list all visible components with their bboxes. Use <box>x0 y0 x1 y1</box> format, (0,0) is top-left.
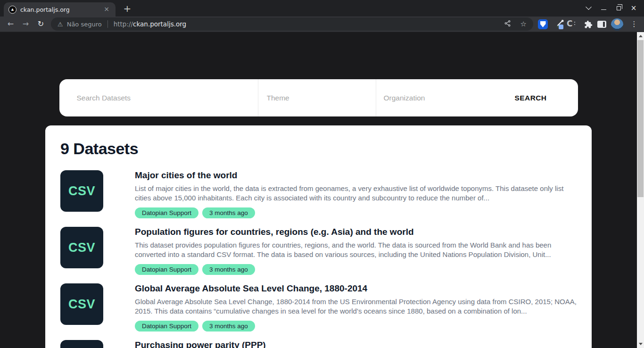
organization-input[interactable] <box>384 94 484 102</box>
url-host: ckan.portaljs.org <box>133 20 186 28</box>
window-minimize-button[interactable] <box>596 0 611 17</box>
minimize-icon <box>601 9 606 10</box>
reload-button[interactable]: ↻ <box>34 18 47 31</box>
triangle-down-icon <box>639 343 643 345</box>
dataset-description: Global Average Absolute Sea Level Change… <box>135 297 577 316</box>
scrollbar[interactable] <box>637 32 644 348</box>
url-scheme: http:// <box>114 20 133 28</box>
dataset-item: CSV Major cities of the world List of ma… <box>60 170 577 218</box>
bitwarden-extension-icon[interactable] <box>538 19 548 29</box>
browser-menu-icon[interactable]: ⋮ <box>628 18 640 31</box>
browser-toolbar: ← → ↻ ⚠ Não seguro http:// ckan.portaljs… <box>0 17 644 32</box>
bookmark-star-icon[interactable]: ☆ <box>520 20 527 28</box>
csv-format-icon: CSV <box>60 283 103 325</box>
theme-input[interactable] <box>267 94 370 102</box>
chevron-down-icon <box>586 4 592 10</box>
csv-format-icon: CSV <box>60 340 103 348</box>
omnibox-divider <box>107 20 108 28</box>
window-restore-button[interactable] <box>611 0 626 17</box>
search-datasets-input[interactable] <box>77 94 250 102</box>
eyedropper-extension-icon[interactable] <box>554 17 566 32</box>
dataset-item: CSV Global Average Absolute Sea Level Ch… <box>60 283 577 331</box>
dataset-title-link[interactable]: Population figures for countries, region… <box>135 227 577 237</box>
scroll-down-arrow[interactable] <box>637 340 644 348</box>
extensions-puzzle-icon[interactable] <box>583 17 594 32</box>
side-panel-icon[interactable] <box>597 21 606 28</box>
updated-badge[interactable]: 3 months ago <box>202 207 255 218</box>
tab-close-icon[interactable]: × <box>102 5 111 14</box>
datasets-count-heading: 9 Datasets <box>60 140 577 158</box>
csv-format-icon: CSV <box>60 227 103 268</box>
dataset-item: CSV Purchasing power parity (PPP) <box>60 340 577 348</box>
restore-icon <box>617 6 621 10</box>
updated-badge[interactable]: 3 months ago <box>202 264 255 275</box>
triangle-up-icon <box>639 35 643 37</box>
share-icon[interactable] <box>504 20 511 29</box>
csv-format-icon: CSV <box>60 170 103 212</box>
not-secure-warning-icon: ⚠ <box>58 21 63 28</box>
page-viewport: SEARCH 9 Datasets CSV Major cities of th… <box>0 32 644 348</box>
new-tab-button[interactable]: + <box>122 3 133 15</box>
dataset-description: List of major cities in the world, the d… <box>135 184 577 203</box>
search-button[interactable]: SEARCH <box>484 79 578 116</box>
dataset-title-link[interactable]: Global Average Absolute Sea Level Change… <box>135 283 577 294</box>
dataset-search-bar: SEARCH <box>59 79 578 116</box>
dataset-title-link[interactable]: Purchasing power parity (PPP) <box>135 340 577 348</box>
datasets-card: 9 Datasets CSV Major cities of the world… <box>45 125 592 348</box>
colorzilla-extension-icon[interactable]: C <box>567 19 572 28</box>
dataset-description: This dataset provides population figures… <box>135 240 577 259</box>
dataset-title-link[interactable]: Major cities of the world <box>135 170 577 181</box>
organization-badge[interactable]: Datopian Support <box>135 321 198 331</box>
scrollbar-thumb[interactable] <box>637 40 644 197</box>
security-label[interactable]: Não seguro <box>67 21 102 28</box>
tab-search-chevron-icon[interactable] <box>581 0 596 17</box>
browser-tab[interactable]: ▲ ckan.portaljs.org × <box>4 2 116 17</box>
window-controls: × <box>581 0 641 17</box>
shield-icon <box>540 21 546 27</box>
back-button[interactable]: ← <box>4 18 17 31</box>
colorzilla-dots <box>574 22 575 23</box>
browser-titlebar: ▲ ckan.portaljs.org × + × <box>0 0 644 17</box>
colorzilla-letter: C <box>567 19 572 28</box>
organization-badge[interactable]: Datopian Support <box>135 207 198 218</box>
tab-title: ckan.portaljs.org <box>20 6 102 13</box>
updated-badge[interactable]: 3 months ago <box>202 321 255 331</box>
window-close-button[interactable]: × <box>626 0 641 17</box>
forward-button[interactable]: → <box>19 18 32 31</box>
dataset-item: CSV Population figures for countries, re… <box>60 227 577 275</box>
scroll-up-arrow[interactable] <box>637 32 644 40</box>
profile-avatar[interactable] <box>611 18 623 31</box>
address-bar[interactable]: ⚠ Não seguro http:// ckan.portaljs.org ☆ <box>51 17 533 31</box>
organization-badge[interactable]: Datopian Support <box>135 264 198 275</box>
site-favicon-icon: ▲ <box>8 6 17 14</box>
